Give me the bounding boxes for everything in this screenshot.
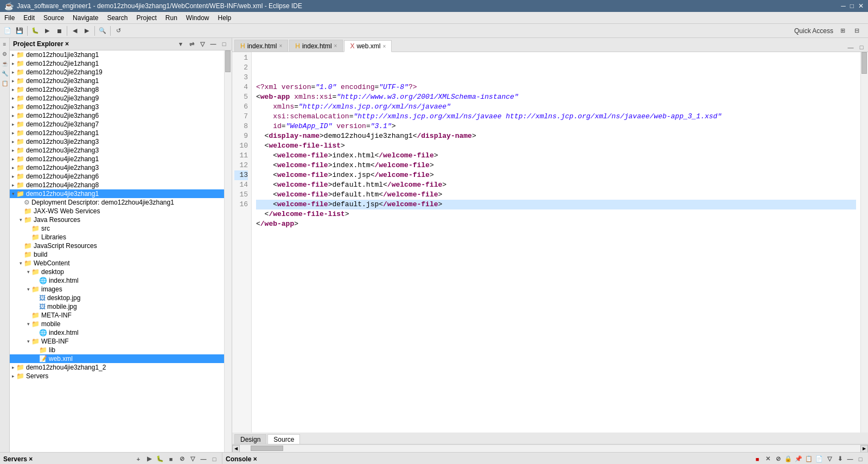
tree-arrow-pe17f2[interactable]: ▾ — [25, 287, 31, 292]
console-max-btn[interactable]: □ — [856, 455, 865, 463]
menu-project[interactable]: Project — [132, 12, 161, 23]
tab-close-1[interactable]: × — [279, 43, 282, 49]
tree-arrow-pe17f5[interactable]: ▾ — [25, 339, 31, 344]
tree-item-pe17f1[interactable]: ▾📁desktop — [10, 268, 224, 276]
tree-arrow-pe15[interactable]: ▸ — [10, 174, 16, 179]
tree-item-pe17f[interactable]: ▾📁WebContent — [10, 259, 224, 268]
tree-item-pe5[interactable]: ▸📁demo12zhou2jie3zhang8 — [10, 85, 224, 94]
close-button[interactable]: ✕ — [858, 2, 864, 10]
views-button[interactable]: ⊟ — [852, 26, 861, 36]
tree-arrow-pe17f[interactable]: ▾ — [17, 260, 24, 266]
ds-tab-source[interactable]: Source — [267, 434, 300, 444]
menu-navigate[interactable]: Navigate — [68, 12, 103, 23]
debug-button[interactable]: 🐛 — [30, 26, 41, 36]
tree-item-pe3[interactable]: ▸📁demo12zhou2jie2zhang19 — [10, 68, 224, 77]
perspectives-button[interactable]: ⊞ — [838, 26, 847, 36]
tree-item-pe17f2[interactable]: ▾📁images — [10, 285, 224, 294]
new-button[interactable]: 📄 — [2, 26, 13, 36]
tree-arrow-pe4[interactable]: ▸ — [10, 78, 16, 84]
code-line-12[interactable]: <welcome-file>default.htm</welcome-file> — [256, 190, 856, 200]
tree-item-pe17a[interactable]: ⚙Deployment Descriptor: demo12zhou4jie3z… — [10, 198, 224, 207]
servers-max-btn[interactable]: □ — [210, 455, 219, 463]
tree-arrow-pe9[interactable]: ▸ — [10, 122, 16, 127]
tree-arrow-pe13[interactable]: ▸ — [10, 156, 16, 162]
menu-search[interactable]: Search — [103, 12, 132, 23]
side-icon-3[interactable]: ☕ — [1, 60, 9, 67]
tree-arrow-pe18[interactable]: ▸ — [10, 365, 16, 370]
servers-debug-btn[interactable]: 🐛 — [156, 455, 164, 463]
prev-button[interactable]: ◀ — [69, 26, 80, 36]
console-filter-btn[interactable]: ▽ — [825, 455, 834, 463]
vscroll-track[interactable] — [861, 52, 868, 433]
editor-min-btn[interactable]: — — [846, 43, 855, 52]
code-line-3[interactable]: xmlns="http://xmlns.jcp.org/xml/ns/javae… — [256, 102, 856, 112]
code-line-1[interactable]: <?xml version="1.0" encoding="UTF-8"?> — [256, 82, 856, 92]
tree-arrow-pe5[interactable]: ▸ — [10, 87, 16, 92]
console-clear-btn[interactable]: ⊘ — [774, 455, 782, 463]
pe-sync-btn[interactable]: ⇌ — [187, 40, 196, 48]
menu-window[interactable]: Window — [182, 12, 214, 23]
code-line-14[interactable]: </welcome-file-list> — [256, 209, 856, 219]
tab-index-html-2[interactable]: H index.html × — [289, 40, 343, 52]
console-down-btn[interactable]: ⬇ — [835, 455, 844, 463]
code-line-2[interactable]: <web-app xmlns:xsi="http://www.w3.org/20… — [256, 92, 856, 102]
tree-arrow-pe17[interactable]: ▾ — [10, 191, 16, 196]
tree-arrow-pe12[interactable]: ▸ — [10, 148, 16, 153]
maximize-button[interactable]: □ — [850, 2, 854, 10]
hscroll-left-btn[interactable]: ◀ — [232, 445, 240, 453]
tree-item-pe17d[interactable]: 📁JavaScript Resources — [10, 241, 224, 250]
tree-item-pe17b[interactable]: 📁JAX-WS Web Services — [10, 207, 224, 215]
next-button[interactable]: ▶ — [81, 26, 92, 36]
menu-help[interactable]: Help — [214, 12, 236, 23]
menu-file[interactable]: File — [0, 12, 19, 23]
editor-hscrollbar[interactable]: ◀ ▶ — [232, 444, 868, 452]
hscroll-right-btn[interactable]: ▶ — [860, 445, 868, 453]
tree-item-pe4[interactable]: ▸📁demo12zhou2jie3zhang1 — [10, 77, 224, 85]
tree-item-pe7[interactable]: ▸📁demo12zhou2jie3zhang3 — [10, 103, 224, 111]
stop-button[interactable]: ⏹ — [54, 26, 65, 36]
vscroll-thumb[interactable] — [861, 52, 867, 74]
code-line-15[interactable]: </web-app> — [256, 219, 856, 229]
code-line-16[interactable] — [256, 229, 856, 239]
code-line-4[interactable]: xsi:schemaLocation="http://xmlns.jcp.org… — [256, 112, 856, 122]
hscroll-area[interactable] — [240, 445, 860, 452]
tree-item-pe18[interactable]: ▸📁demo12zhou4jie3zhang1_2 — [10, 363, 224, 372]
code-line-11[interactable]: <welcome-file>default.html</welcome-file… — [256, 180, 856, 190]
tree-arrow-pe2[interactable]: ▸ — [10, 61, 16, 66]
servers-down-btn[interactable]: ▽ — [188, 455, 197, 463]
hscroll-thumb[interactable] — [251, 446, 283, 451]
pe-max-btn[interactable]: □ — [220, 40, 228, 48]
code-editor[interactable]: <?xml version="1.0" encoding="UTF-8"?><w… — [252, 52, 860, 433]
tree-arrow-pe8[interactable]: ▸ — [10, 113, 16, 118]
tab-web-xml[interactable]: X web.xml × — [344, 40, 392, 52]
tree-arrow-pe17f1[interactable]: ▾ — [25, 269, 31, 275]
pe-menu-btn[interactable]: ▽ — [198, 40, 207, 48]
tree-item-pe13[interactable]: ▸📁demo12zhou4jie2zhang1 — [10, 155, 224, 163]
pe-scroll-thumb[interactable] — [225, 50, 231, 72]
tab-close-2[interactable]: × — [334, 43, 337, 49]
tree-item-pe1[interactable]: ▸📁demo12zhou1jie3zhang1 — [10, 50, 224, 59]
code-line-8[interactable]: <welcome-file>index.html</welcome-file> — [256, 151, 856, 161]
tree-arrow-pe3[interactable]: ▸ — [10, 69, 16, 75]
search-button[interactable]: 🔍 — [97, 26, 108, 36]
tree-item-pe17[interactable]: ▾📁demo12zhou4jie3zhang1 — [10, 189, 224, 198]
tree-item-pe16[interactable]: ▸📁demo12zhou4jie2zhang8 — [10, 181, 224, 189]
tree-item-pe6[interactable]: ▸📁demo12zhou2jie3zhang9 — [10, 94, 224, 103]
tree-item-pe17f3[interactable]: 📁META-INF — [10, 311, 224, 320]
tree-arrow-pe14[interactable]: ▸ — [10, 165, 16, 170]
tree-item-pe17f5a[interactable]: 📁lib — [10, 346, 224, 354]
tree-item-pe17f2b[interactable]: 🖼mobile.jpg — [10, 302, 224, 311]
tree-arrow-pe7[interactable]: ▸ — [10, 104, 16, 110]
tree-arrow-pe6[interactable]: ▸ — [10, 96, 16, 101]
tree-item-pe19[interactable]: ▸📁Servers — [10, 372, 224, 380]
servers-min-btn[interactable]: — — [199, 455, 208, 463]
tree-arrow-pe1[interactable]: ▸ — [10, 52, 16, 58]
tree-item-pe10[interactable]: ▸📁demo12zhou3jie2zhang1 — [10, 129, 224, 137]
pe-min-btn[interactable]: — — [209, 40, 218, 48]
tree-item-pe17e[interactable]: 📁build — [10, 250, 224, 259]
side-icon-5[interactable]: 📋 — [1, 79, 9, 87]
tree-item-pe17c[interactable]: ▾📁Java Resources — [10, 215, 224, 224]
code-line-13[interactable]: <welcome-file>default.jsp</welcome-file> — [256, 200, 856, 209]
tab-close-3[interactable]: × — [382, 43, 386, 49]
servers-disconnect-btn[interactable]: ⊘ — [177, 455, 186, 463]
